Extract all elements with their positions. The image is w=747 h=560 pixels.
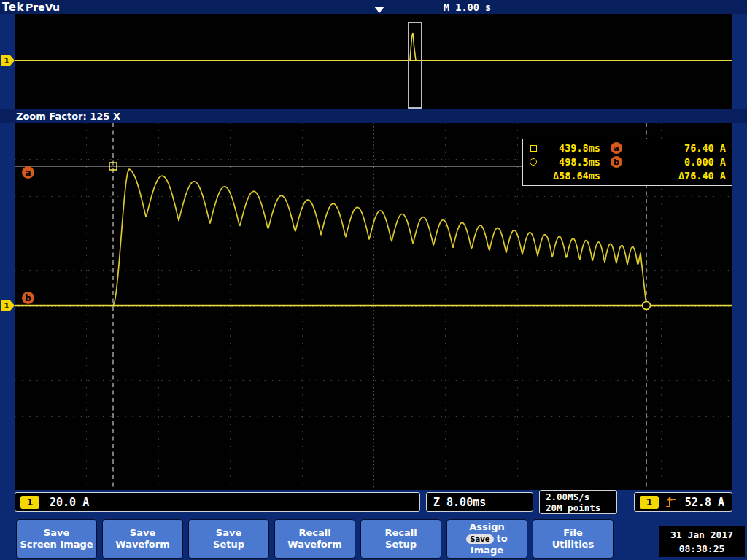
cursor-a-time: 439.8ms [539, 142, 600, 154]
cursor-b-badge[interactable]: b [22, 292, 34, 304]
overview-svg [15, 14, 732, 109]
zoom-window-box[interactable] [409, 23, 422, 108]
button-label: Waveform [287, 539, 341, 551]
trigger-position-icon[interactable] [374, 7, 384, 13]
button-label: File [563, 527, 583, 539]
overview-burst-spike [410, 33, 416, 61]
button-label: Assign [469, 521, 505, 533]
recall-setup-button[interactable]: Recall Setup [360, 519, 441, 559]
zoom-timebase-value: Z 8.00ms [433, 496, 486, 509]
cursor-b-row: 498.5ms b 0.000 A [527, 155, 726, 168]
cursor-readout-panel: 439.8ms a 76.40 A 498.5ms b 0.000 A Δ58.… [522, 139, 732, 186]
trigger-source-badge: 1 [640, 496, 659, 509]
acquisition-readout[interactable]: 2.00MS/s 20M points [539, 490, 617, 514]
cursor-b-value: 0.000 A [622, 156, 726, 168]
cursor-delta-row: Δ58.64ms Δ76.40 A [527, 169, 726, 182]
cursor-b-circle-marker[interactable] [643, 302, 651, 310]
channel1-badge[interactable]: 1 [20, 496, 39, 509]
button-label: Save [44, 527, 69, 539]
cursor-b-badge-small: b [611, 156, 622, 168]
save-badge: Save [466, 534, 493, 544]
zoom-factor-label: Zoom Factor: 125 X [16, 111, 120, 122]
square-cursor-icon [527, 145, 539, 152]
cursor-a-row: 439.8ms a 76.40 A [527, 141, 726, 155]
cursor-b-time: 498.5ms [539, 156, 600, 168]
main-timebase-readout: M 1.00 s [444, 1, 491, 13]
recall-waveform-button[interactable]: Recall Waveform [274, 519, 355, 559]
sample-rate: 2.00MS/s [546, 491, 589, 502]
top-status-bar: Tek PreVu M 1.00 s [0, 0, 747, 14]
file-utilities-button[interactable]: File Utilities [533, 519, 614, 559]
button-label: Screen Image [20, 539, 93, 551]
button-label: Utilities [552, 539, 594, 551]
button-label: Setup [385, 539, 417, 551]
trigger-level: 52.8 A [685, 496, 724, 509]
button-label: Save [216, 527, 241, 539]
acquisition-status: PreVu [26, 1, 60, 13]
channel1-marker-overview[interactable]: 1 [1, 55, 15, 66]
button-label: Recall [384, 527, 417, 539]
tek-logo: Tek [2, 1, 24, 14]
record-length: 20M points [546, 502, 600, 513]
cursor-a-value: 76.40 A [622, 142, 726, 154]
rising-edge-icon [665, 496, 676, 509]
channel1-readout[interactable]: 1 20.0 A [15, 492, 420, 512]
datetime-display: 31 Jan 2017 08:38:25 [659, 526, 745, 557]
button-label: Waveform [115, 539, 169, 551]
zoom-timebase-readout[interactable]: Z 8.00ms [426, 492, 533, 512]
zoom-factor-bar: Zoom Factor: 125 X [0, 109, 747, 122]
oscilloscope-screen: Tek PreVu M 1.00 s 1 Zoom Factor: 125 X … [0, 0, 747, 560]
time-label: 08:38:25 [679, 542, 725, 556]
button-label: Save [130, 527, 155, 539]
graticule: a b 439.8ms a 76.40 A 498.5ms b 0.000 A … [15, 122, 732, 490]
channel1-scale: 20.0 A [50, 496, 89, 509]
assign-save-to-image-button[interactable]: Assign Save to Image [446, 519, 527, 559]
trigger-readout[interactable]: 1 52.8 A [634, 492, 732, 512]
button-label: Setup [213, 539, 244, 551]
waveform-overview [15, 14, 732, 109]
save-setup-button[interactable]: Save Setup [188, 519, 269, 559]
cursor-a-badge-small: a [611, 142, 622, 154]
cursor-a-badge[interactable]: a [22, 166, 34, 179]
save-screen-image-button[interactable]: Save Screen Image [16, 519, 97, 559]
circle-cursor-icon [527, 158, 539, 166]
cursor-delta-value: Δ76.40 A [600, 170, 726, 182]
bottom-menu: Save Screen Image Save Waveform Save Set… [16, 519, 614, 559]
date-label: 31 Jan 2017 [670, 528, 733, 542]
channel1-ground-marker[interactable]: 1 [1, 300, 15, 311]
cursor-delta-time: Δ58.64ms [527, 170, 600, 182]
button-label: Image [471, 545, 503, 556]
button-label: to [497, 533, 508, 545]
button-label: Recall [298, 527, 330, 539]
save-waveform-button[interactable]: Save Waveform [102, 519, 183, 559]
